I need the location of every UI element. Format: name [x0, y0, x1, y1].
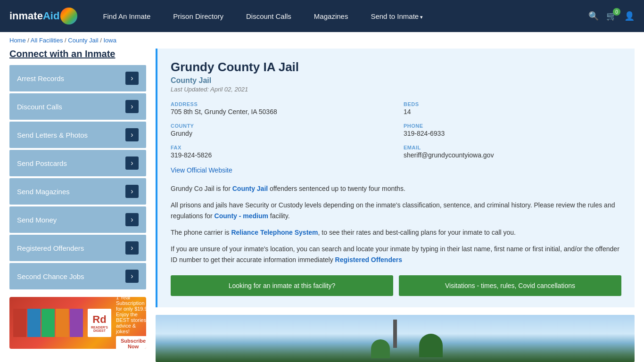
logo-icon — [60, 8, 77, 25]
facility-name: Grundy County IA Jail — [171, 60, 621, 74]
logo-text: inmateAid — [9, 10, 59, 22]
ad-book-3 — [41, 309, 55, 337]
sidebar-item-send-magazines[interactable]: Send Magazines › — [9, 178, 146, 205]
arrow-icon: › — [125, 128, 139, 141]
sidebar-item-registered-offenders[interactable]: Registered Offenders › — [9, 235, 146, 261]
ad-line1: 1 Year Subscription for only $19.98 — [116, 297, 146, 312]
sidebar: Connect with an Inmate Arrest Records › … — [9, 49, 146, 362]
tree-icon-1 — [419, 334, 443, 357]
nav-send-to-inmate[interactable]: Send to Inmate — [359, 2, 434, 31]
ad-subscribe-button[interactable]: Subscribe Now — [116, 336, 146, 349]
county-medium-link[interactable]: County - medium — [215, 212, 268, 220]
sidebar-item-label: Send Money — [17, 216, 57, 224]
nav-find-inmate[interactable]: Find An Inmate — [91, 2, 162, 31]
info-fax: FAX 319-824-5826 — [171, 145, 388, 159]
rd-big-text: Rd — [92, 313, 106, 326]
sidebar-item-label: Second Chance Jobs — [17, 272, 84, 280]
visitations-button[interactable]: Visitations - times, rules, Covid cancel… — [399, 275, 621, 296]
sidebar-title: Connect with an Inmate — [9, 49, 146, 59]
sidebar-item-label: Send Letters & Photos — [17, 131, 88, 139]
main-layout: Connect with an Inmate Arrest Records › … — [0, 49, 644, 362]
nav-links: Find An Inmate Prison Directory Discount… — [91, 2, 588, 31]
desc-para-2: All prisons and jails have Security or C… — [171, 200, 621, 222]
sidebar-item-discount-calls[interactable]: Discount Calls › — [9, 93, 146, 120]
breadcrumb: Home / All Facilities / County Jail / Io… — [0, 32, 644, 49]
action-buttons: Looking for an inmate at this facility? … — [171, 275, 621, 296]
arrow-icon: › — [125, 241, 139, 255]
arrow-icon: › — [125, 72, 139, 85]
breadcrumb-county-jail[interactable]: County Jail — [68, 37, 98, 44]
sidebar-item-send-letters[interactable]: Send Letters & Photos › — [9, 122, 146, 148]
tree-icon-2 — [371, 339, 390, 358]
arrow-icon: › — [125, 100, 139, 113]
breadcrumb-all-facilities[interactable]: All Facilities — [31, 37, 63, 44]
email-label: EMAIL — [404, 145, 621, 150]
info-phone: PHONE 319-824-6933 — [404, 123, 621, 137]
official-website-link[interactable]: View Official Website — [171, 166, 232, 174]
county-value: Grundy — [171, 130, 388, 137]
ad-banner-inner: Rd READER'S DIGEST 1 Year Subscription f… — [9, 297, 146, 349]
address-value: 705 8th St, Grundy Center, IA 50368 — [171, 108, 388, 115]
desc-para-4: If you are unsure of your inmate's locat… — [171, 244, 621, 265]
ad-books — [13, 309, 83, 337]
county-jail-link[interactable]: County Jail — [232, 185, 268, 192]
phone-label: PHONE — [404, 123, 621, 129]
facility-card: Grundy County IA Jail County Jail Last U… — [156, 49, 635, 307]
nav-prison-directory[interactable]: Prison Directory — [162, 2, 235, 31]
logo[interactable]: inmateAid — [9, 8, 77, 25]
sidebar-item-arrest-records[interactable]: Arrest Records › — [9, 65, 146, 91]
sidebar-item-send-money[interactable]: Send Money › — [9, 206, 146, 233]
breadcrumb-iowa[interactable]: Iowa — [103, 37, 116, 44]
main-content: Grundy County IA Jail County Jail Last U… — [156, 49, 635, 362]
breadcrumb-home[interactable]: Home — [9, 37, 26, 44]
find-inmate-button[interactable]: Looking for an inmate at this facility? — [171, 275, 393, 296]
facility-image — [156, 315, 635, 362]
fax-label: FAX — [171, 145, 388, 150]
ad-book-1 — [13, 309, 26, 337]
ad-text: 1 Year Subscription for only $19.98 Enjo… — [116, 297, 146, 349]
sidebar-item-label: Registered Offenders — [17, 244, 84, 252]
sidebar-item-label: Arrest Records — [17, 74, 64, 82]
info-address: ADDRESS 705 8th St, Grundy Center, IA 50… — [171, 101, 388, 115]
nav-discount-calls[interactable]: Discount Calls — [235, 2, 303, 31]
email-value: sheriff@grundycountyiowa.gov — [404, 151, 621, 159]
description-section: Grundy Co Jail is for County Jail offend… — [171, 183, 621, 266]
fax-value: 319-824-5826 — [171, 151, 388, 159]
info-email: EMAIL sheriff@grundycountyiowa.gov — [404, 145, 621, 159]
facility-updated: Last Updated: April 02, 2021 — [171, 86, 621, 93]
registered-offenders-link[interactable]: Registered Offenders — [335, 256, 402, 263]
sidebar-item-label: Send Postcards — [17, 159, 67, 167]
nav-magazines[interactable]: Magazines — [303, 2, 360, 31]
facility-type: County Jail — [171, 76, 621, 85]
ad-rd-logo: Rd READER'S DIGEST — [88, 309, 111, 337]
arrow-icon: › — [125, 156, 139, 170]
rd-subtitle: READER'S DIGEST — [88, 326, 111, 332]
cart-button[interactable]: 🛒 0 — [606, 11, 617, 21]
beds-label: BEDS — [404, 101, 621, 107]
search-button[interactable]: 🔍 — [588, 11, 599, 21]
navbar: inmateAid Find An Inmate Prison Director… — [0, 0, 644, 32]
sidebar-item-label: Discount Calls — [17, 103, 62, 111]
info-beds: BEDS 14 — [404, 101, 621, 115]
beds-value: 14 — [404, 108, 621, 115]
desc-para-1: Grundy Co Jail is for County Jail offend… — [171, 183, 621, 194]
arrow-icon: › — [125, 185, 139, 198]
ad-book-5 — [70, 309, 83, 337]
info-county: COUNTY Grundy — [171, 123, 388, 137]
county-label: COUNTY — [171, 123, 388, 129]
sidebar-item-send-postcards[interactable]: Send Postcards › — [9, 150, 146, 176]
ad-book-2 — [27, 309, 41, 337]
arrow-icon: › — [125, 213, 139, 226]
tower-icon — [393, 320, 397, 348]
ad-banner[interactable]: Rd READER'S DIGEST 1 Year Subscription f… — [9, 297, 146, 349]
info-grid: ADDRESS 705 8th St, Grundy Center, IA 50… — [171, 101, 621, 159]
cart-badge: 0 — [613, 8, 620, 16]
account-button[interactable]: 👤 — [624, 11, 635, 21]
ad-line2: Enjoy the BEST stories, advice & jokes! — [116, 312, 146, 334]
phone-value: 319-824-6933 — [404, 130, 621, 137]
reliance-link[interactable]: Reliance Telephone System — [231, 229, 318, 236]
desc-para-3: The phone carrier is Reliance Telephone … — [171, 227, 621, 238]
nav-icons: 🔍 🛒 0 👤 — [588, 11, 635, 21]
arrow-icon: › — [125, 270, 139, 283]
sidebar-item-second-chance-jobs[interactable]: Second Chance Jobs › — [9, 263, 146, 289]
